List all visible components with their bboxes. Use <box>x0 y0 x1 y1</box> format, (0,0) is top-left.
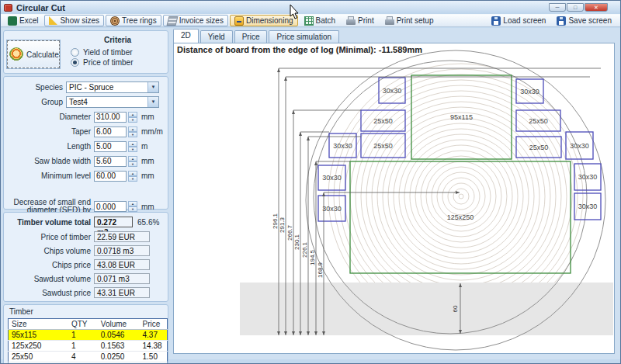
field-label: Saw blade width <box>4 158 91 165</box>
spin-up-icon[interactable]: ▲ <box>128 156 137 161</box>
result-value: 22.59 EUR <box>94 231 150 242</box>
toolbar-button-label: Print <box>358 16 374 25</box>
input-decrease-of-small-end-diameter-sed-by[interactable] <box>94 201 127 212</box>
distance-info-text: Distance of board from the edge of log (… <box>177 45 422 54</box>
spin-up-icon[interactable]: ▲ <box>128 112 137 117</box>
cell-qty: 1 <box>68 341 98 352</box>
input-minimum-level[interactable] <box>94 171 127 182</box>
2d-canvas: Distance of board from the edge of log (… <box>173 43 615 354</box>
toolbar-button-save-screen[interactable]: Save screen <box>552 15 616 26</box>
radio-label: Yield of timber <box>83 48 133 57</box>
board-size-label: 25x50 <box>529 117 548 125</box>
chevron-down-icon[interactable]: ▼ <box>147 82 158 92</box>
input-saw-blade-width[interactable] <box>94 156 127 167</box>
view-panel: 2DYieldPricePrice simulation Distance of… <box>171 28 620 359</box>
spin-down-icon[interactable]: ▼ <box>128 161 137 167</box>
criteria-option-yield-of-timber[interactable]: Yield of timber <box>71 48 133 57</box>
toolbar-button-dimensioning[interactable]: Dimensioning <box>230 15 298 26</box>
cell-size: 25x50 <box>9 352 68 362</box>
cell-price: 4.37 <box>140 330 168 341</box>
column-header-price: Price <box>140 319 168 330</box>
spin-up-icon[interactable]: ▲ <box>128 127 137 132</box>
tab-yield[interactable]: Yield <box>200 30 233 43</box>
tab-price[interactable]: Price <box>234 30 268 43</box>
toolbar-button-invoice-sizes[interactable]: Invoice sizes <box>163 15 228 26</box>
toolbar-button-excel[interactable]: Excel <box>3 15 43 26</box>
radio-icon <box>71 48 79 57</box>
spinner-diameter[interactable]: ▲▼ <box>128 112 137 123</box>
toolbar-button-print[interactable]: Print <box>342 15 379 26</box>
timber-row-25x50[interactable]: 25x5040.02501.50 <box>9 352 168 362</box>
toolbar-button-batch[interactable]: Batch <box>300 15 341 26</box>
input-diameter[interactable] <box>94 112 127 123</box>
toolbar-button-load-screen[interactable]: Load screen <box>487 15 550 26</box>
dimension-label: 230.1 <box>293 234 300 250</box>
cell-size: 95x115 <box>9 330 68 341</box>
unit-label: m <box>141 142 147 151</box>
board-size-label: 30x30 <box>322 205 342 213</box>
toolbar-button-label: Invoice sizes <box>179 16 224 25</box>
maximize-button[interactable]: □ <box>567 3 584 12</box>
spin-up-icon[interactable]: ▲ <box>128 171 137 176</box>
toolbar-button-label: Excel <box>19 16 38 25</box>
excel-icon <box>8 16 17 26</box>
view-tabs: 2DYieldPricePrice simulation <box>173 29 341 43</box>
spinner-taper[interactable]: ▲▼ <box>128 127 137 137</box>
spinner-minimum[interactable]: ▲▼ <box>128 171 137 182</box>
spin-down-icon[interactable]: ▼ <box>128 132 137 137</box>
spin-up-icon[interactable]: ▲ <box>128 201 137 206</box>
toolbar-button-label: Tree rings <box>122 16 157 25</box>
criteria-option-price-of-timber[interactable]: Price of timber <box>71 58 133 67</box>
toolbar-button-tree-rings[interactable]: Tree rings <box>106 15 161 26</box>
input-taper[interactable] <box>94 127 127 137</box>
dimensioning-icon <box>234 16 244 26</box>
toolbar-button-print-setup[interactable]: Print setup <box>380 15 439 26</box>
spinner-saw[interactable]: ▲▼ <box>128 156 137 167</box>
board-size-label: 25x50 <box>373 142 393 150</box>
board-size-label: 30x30 <box>383 87 402 95</box>
spin-down-icon[interactable]: ▼ <box>128 147 137 152</box>
toolbar-button-show-sizes[interactable]: Show sizes <box>44 15 104 26</box>
result-value: 43.08 EUR <box>94 259 150 270</box>
spinner-length[interactable]: ▲▼ <box>128 141 137 152</box>
timber-section: Timber SizeQTYVolumePrice95x11510.05464.… <box>3 304 168 364</box>
minimize-button[interactable]: ─ <box>549 3 566 12</box>
spinner-decrease[interactable]: ▲▼ <box>128 201 137 212</box>
result-label: Chips volume <box>4 247 91 255</box>
unit-label: mm <box>141 172 154 180</box>
tab-price-simulation[interactable]: Price simulation <box>269 30 339 43</box>
chevron-down-icon[interactable]: ▼ <box>147 97 158 107</box>
dropdown-group[interactable]: Test4▼ <box>66 96 159 108</box>
unit-label: mm <box>141 203 154 211</box>
toolbar-button-label: Show sizes <box>60 16 99 25</box>
board-size-label: 30x30 <box>333 142 352 150</box>
form-row-length: Length▲▼m <box>4 139 168 154</box>
settings-panel: Calculate Criteria Yield of timberPrice … <box>1 28 171 359</box>
spin-down-icon[interactable]: ▼ <box>128 176 137 182</box>
close-button[interactable]: ✕ <box>585 3 608 12</box>
dimension-label: 296.1 <box>272 213 279 229</box>
calculate-button[interactable]: Calculate <box>7 40 60 68</box>
field-label: Length <box>4 143 91 151</box>
criteria-group: Criteria Yield of timberPrice of timber <box>60 36 165 68</box>
dimension-label: 266.7 <box>286 224 293 241</box>
result-value: 0.071 m3 <box>94 273 150 284</box>
calculate-icon <box>9 47 23 61</box>
board-size-label: 30x30 <box>578 203 598 210</box>
input-length[interactable] <box>94 141 127 152</box>
tab-2d[interactable]: 2D <box>173 29 199 43</box>
board-size-label: 95x115 <box>450 113 473 121</box>
form-row-species: SpeciesPIC - Spruce▼ <box>4 80 168 95</box>
spin-down-icon[interactable]: ▼ <box>128 117 137 123</box>
board-size-label: 30x30 <box>520 88 539 95</box>
spin-up-icon[interactable]: ▲ <box>128 141 137 147</box>
cell-qty: 1 <box>68 330 98 341</box>
timber-row-95x115[interactable]: 95x11510.05464.37 <box>9 330 168 341</box>
spin-down-icon[interactable]: ▼ <box>128 206 137 212</box>
result-row-price-of-timber: Price of timber22.59 EUR <box>4 231 168 242</box>
dropdown-species[interactable]: PIC - Spruce▼ <box>66 81 159 93</box>
timber-row-125x250[interactable]: 125x25010.156314.38 <box>9 341 168 352</box>
minimum-level-band <box>240 283 613 335</box>
result-value: 43.31 EUR <box>94 287 150 298</box>
criteria-title: Criteria <box>104 36 131 44</box>
